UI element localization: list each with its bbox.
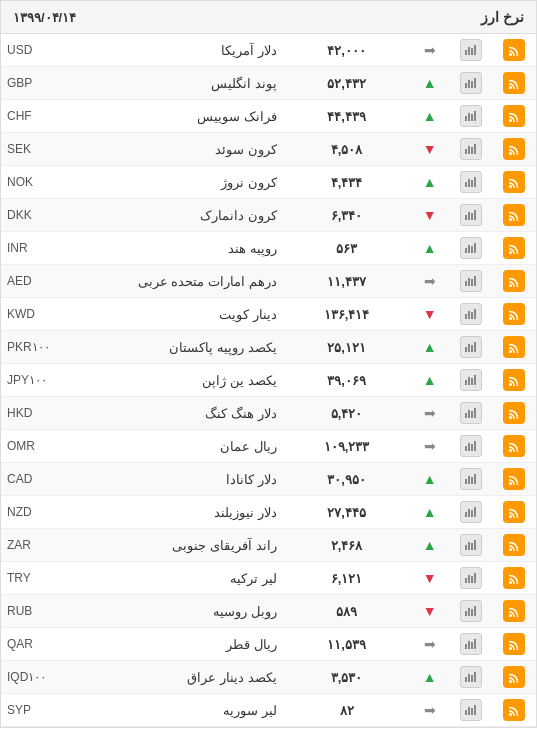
rss-icon-cell[interactable] bbox=[492, 397, 536, 430]
svg-rect-26 bbox=[465, 215, 467, 220]
rss-icon-cell[interactable] bbox=[492, 364, 536, 397]
rss-icon-cell[interactable] bbox=[492, 34, 536, 67]
svg-rect-14 bbox=[474, 111, 476, 121]
chart-icon[interactable] bbox=[460, 435, 482, 457]
rss-icon[interactable] bbox=[503, 600, 525, 622]
rss-icon[interactable] bbox=[503, 105, 525, 127]
rss-icon-cell[interactable] bbox=[492, 67, 536, 100]
chart-icon-cell[interactable] bbox=[449, 199, 493, 232]
chart-icon[interactable] bbox=[460, 534, 482, 556]
chart-icon[interactable] bbox=[460, 699, 482, 721]
chart-icon-cell[interactable] bbox=[449, 694, 493, 727]
currency-code: RUB bbox=[1, 595, 78, 628]
chart-icon-cell[interactable] bbox=[449, 628, 493, 661]
rss-icon[interactable] bbox=[503, 468, 525, 490]
chart-icon-cell[interactable] bbox=[449, 232, 493, 265]
rss-icon[interactable] bbox=[503, 402, 525, 424]
chart-icon-cell[interactable] bbox=[449, 364, 493, 397]
chart-icon-cell[interactable] bbox=[449, 529, 493, 562]
rss-icon-cell[interactable] bbox=[492, 298, 536, 331]
rss-icon-cell[interactable] bbox=[492, 529, 536, 562]
chart-icon-cell[interactable] bbox=[449, 496, 493, 529]
svg-rect-33 bbox=[471, 246, 473, 253]
chart-icon-cell[interactable] bbox=[449, 397, 493, 430]
svg-rect-24 bbox=[474, 177, 476, 187]
chart-icon-cell[interactable] bbox=[449, 331, 493, 364]
currency-code: DKK bbox=[1, 199, 78, 232]
rss-icon[interactable] bbox=[503, 336, 525, 358]
chart-icon[interactable] bbox=[460, 402, 482, 424]
chart-icon[interactable] bbox=[460, 171, 482, 193]
chart-icon-cell[interactable] bbox=[449, 430, 493, 463]
chart-icon[interactable] bbox=[460, 105, 482, 127]
chart-icon[interactable] bbox=[460, 204, 482, 226]
rss-icon[interactable] bbox=[503, 303, 525, 325]
rss-icon-cell[interactable] bbox=[492, 496, 536, 529]
rss-icon-cell[interactable] bbox=[492, 595, 536, 628]
chart-icon-cell[interactable] bbox=[449, 265, 493, 298]
rss-icon[interactable] bbox=[503, 171, 525, 193]
rss-icon[interactable] bbox=[503, 699, 525, 721]
rss-icon-cell[interactable] bbox=[492, 100, 536, 133]
rss-icon[interactable] bbox=[503, 138, 525, 160]
rss-icon-cell[interactable] bbox=[492, 562, 536, 595]
chart-icon[interactable] bbox=[460, 270, 482, 292]
chart-icon[interactable] bbox=[460, 72, 482, 94]
chart-icon[interactable] bbox=[460, 666, 482, 688]
chart-icon[interactable] bbox=[460, 633, 482, 655]
rss-icon[interactable] bbox=[503, 666, 525, 688]
chart-icon[interactable] bbox=[460, 468, 482, 490]
rss-icon[interactable] bbox=[503, 204, 525, 226]
chart-icon[interactable] bbox=[460, 39, 482, 61]
chart-icon-cell[interactable] bbox=[449, 67, 493, 100]
rss-icon-cell[interactable] bbox=[492, 331, 536, 364]
rss-icon[interactable] bbox=[503, 435, 525, 457]
rss-icon[interactable] bbox=[503, 72, 525, 94]
chart-icon-cell[interactable] bbox=[449, 562, 493, 595]
chart-icon[interactable] bbox=[460, 336, 482, 358]
chart-icon-cell[interactable] bbox=[449, 100, 493, 133]
rss-icon-cell[interactable] bbox=[492, 232, 536, 265]
rss-icon[interactable] bbox=[503, 567, 525, 589]
chart-icon-cell[interactable] bbox=[449, 298, 493, 331]
rss-icon[interactable] bbox=[503, 270, 525, 292]
rss-icon-cell[interactable] bbox=[492, 694, 536, 727]
svg-rect-57 bbox=[468, 410, 470, 418]
rss-icon[interactable] bbox=[503, 501, 525, 523]
rss-icon[interactable] bbox=[503, 534, 525, 556]
chart-icon[interactable] bbox=[460, 567, 482, 589]
table-row: ▲۲,۴۶۸راند آفریقای جنوبیZAR bbox=[1, 529, 536, 562]
svg-rect-91 bbox=[465, 644, 467, 649]
currency-name: دلار آمریکا bbox=[78, 34, 283, 67]
chart-icon-cell[interactable] bbox=[449, 166, 493, 199]
chart-icon-cell[interactable] bbox=[449, 595, 493, 628]
rss-icon[interactable] bbox=[503, 39, 525, 61]
rss-icon-cell[interactable] bbox=[492, 661, 536, 694]
chart-icon-cell[interactable] bbox=[449, 34, 493, 67]
rss-icon-cell[interactable] bbox=[492, 265, 536, 298]
svg-rect-42 bbox=[468, 311, 470, 319]
svg-rect-76 bbox=[465, 545, 467, 550]
svg-rect-43 bbox=[471, 312, 473, 319]
chart-icon-cell[interactable] bbox=[449, 133, 493, 166]
rss-icon[interactable] bbox=[503, 237, 525, 259]
rss-icon[interactable] bbox=[503, 633, 525, 655]
rss-icon-cell[interactable] bbox=[492, 430, 536, 463]
rss-icon-cell[interactable] bbox=[492, 628, 536, 661]
chart-icon[interactable] bbox=[460, 501, 482, 523]
chart-icon[interactable] bbox=[460, 303, 482, 325]
currency-code: TRY bbox=[1, 562, 78, 595]
chart-icon[interactable] bbox=[460, 600, 482, 622]
rss-icon[interactable] bbox=[503, 369, 525, 391]
chart-icon-cell[interactable] bbox=[449, 463, 493, 496]
rss-icon-cell[interactable] bbox=[492, 463, 536, 496]
chart-icon-cell[interactable] bbox=[449, 661, 493, 694]
rss-icon-cell[interactable] bbox=[492, 166, 536, 199]
rss-icon-cell[interactable] bbox=[492, 133, 536, 166]
chart-icon[interactable] bbox=[460, 138, 482, 160]
chart-icon[interactable] bbox=[460, 369, 482, 391]
arrow-neutral-icon: ➡ bbox=[424, 438, 436, 454]
svg-rect-36 bbox=[465, 281, 467, 286]
rss-icon-cell[interactable] bbox=[492, 199, 536, 232]
chart-icon[interactable] bbox=[460, 237, 482, 259]
